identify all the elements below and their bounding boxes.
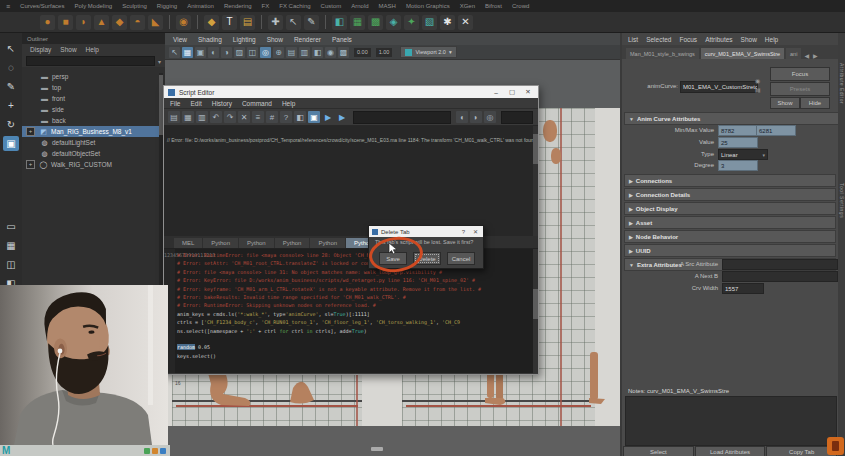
max-value-field[interactable]: 6281 — [756, 125, 796, 136]
dialog-help-button[interactable]: ? — [459, 229, 468, 235]
vp-grid-icon[interactable]: ▦ — [182, 47, 193, 58]
vp-select-icon[interactable]: ↖ — [169, 47, 180, 58]
show-button[interactable]: Show — [770, 97, 800, 109]
expand-icon[interactable]: + — [26, 160, 35, 169]
outliner-menu[interactable]: Show — [60, 46, 76, 53]
renderer-dropdown[interactable]: Viewport 2.0 ▾ — [400, 46, 456, 58]
shelf-tab[interactable]: FX Caching — [279, 3, 310, 9]
notes-box[interactable] — [625, 396, 837, 446]
outliner-item[interactable]: ▬back — [22, 115, 165, 126]
attribute-editor-menu[interactable]: Selected — [646, 36, 671, 43]
script-editor-menu[interactable]: Help — [282, 100, 295, 107]
dialog-button-cancel[interactable]: Cancel — [447, 252, 475, 265]
close-button[interactable]: ✕ — [522, 88, 534, 96]
scale-tool-icon[interactable]: ▣ — [3, 136, 19, 151]
mash-world-icon[interactable]: ▩ — [368, 15, 383, 30]
tab-scroll-left-icon[interactable]: ◀ — [803, 52, 810, 59]
footer-button[interactable]: Load Attributes — [695, 446, 766, 456]
viewport-menu[interactable]: Panels — [332, 36, 352, 43]
focus-button[interactable]: Focus — [770, 67, 830, 81]
vp-wire-icon[interactable]: ◫ — [247, 47, 258, 58]
input-scroll-thumb[interactable] — [533, 289, 538, 319]
vp-fog-icon[interactable]: ▥ — [299, 47, 310, 58]
python-bubble-icon[interactable]: ◗ — [470, 111, 482, 123]
viewport-start-field[interactable]: 0.00 — [354, 48, 371, 57]
type-dropdown[interactable]: Linear ▾ — [718, 149, 768, 160]
vp-resolution-icon[interactable]: ◉ — [325, 47, 336, 58]
mash-signal-icon[interactable]: ✦ — [404, 15, 419, 30]
poly-cylinder-icon[interactable]: ◗ — [76, 15, 91, 30]
attribute-section[interactable]: ▶UUID — [624, 244, 836, 257]
tab-scroll-right-icon[interactable]: ▶ — [812, 52, 819, 59]
app-icon-blue[interactable] — [160, 448, 166, 454]
poly-plane-icon[interactable]: ◆ — [112, 15, 127, 30]
poly-cube-icon[interactable]: ■ — [58, 15, 73, 30]
sidebar-tab[interactable]: Tool Settings — [839, 183, 845, 218]
expand-icon[interactable]: + — [26, 127, 35, 136]
script-history-pane[interactable]: // Error: file: D:/works/anim_business/p… — [164, 126, 538, 236]
paint-select-tool-icon[interactable]: ✎ — [3, 79, 19, 94]
shelf-tab[interactable]: Motion Graphics — [406, 3, 450, 9]
attribute-section[interactable]: ▶Object Display — [624, 202, 836, 215]
viewport-menu[interactable]: Shading — [198, 36, 222, 43]
shelf-tab[interactable]: Animation — [187, 3, 214, 9]
poly-cone-icon[interactable]: ▲ — [94, 15, 109, 30]
outliner-search-input[interactable] — [26, 56, 155, 66]
maximize-button[interactable]: ▢ — [506, 88, 518, 96]
mash-network-icon[interactable]: ◧ — [332, 15, 347, 30]
mash-explode-icon[interactable]: ✱ — [440, 15, 455, 30]
attribute-editor-menu[interactable]: List — [628, 36, 638, 43]
sidebar-tab[interactable]: Attribute Editor — [839, 63, 845, 104]
node-list-icon[interactable]: ▤ — [754, 86, 762, 93]
shelf-tab[interactable]: Sculpting — [122, 3, 147, 9]
script-search-input[interactable] — [353, 111, 451, 124]
extra-attr-field[interactable] — [722, 259, 838, 270]
curves-icon[interactable]: ◆ — [204, 15, 219, 30]
attribute-section[interactable]: ▶Connections — [624, 174, 836, 187]
vp-isolate-icon[interactable]: ▤ — [286, 47, 297, 58]
script-editor-menu[interactable]: History — [212, 100, 232, 107]
vp-mask-icon[interactable]: ▩ — [338, 47, 349, 58]
node-tab-ani[interactable]: ani — [786, 48, 801, 59]
script-tab-python[interactable]: Python — [239, 238, 274, 248]
four-pane-layout-icon[interactable]: ▦ — [3, 238, 19, 253]
move-tool-icon[interactable]: + — [3, 98, 19, 113]
rotate-tool-icon[interactable]: ↻ — [3, 117, 19, 132]
viewport-menu[interactable]: Show — [267, 36, 283, 43]
menu-icon[interactable]: ≡ — [6, 3, 10, 10]
shelf-tab[interactable]: Custom — [321, 3, 342, 9]
shelf-tab[interactable]: Rigging — [157, 3, 177, 9]
script-editor-titlebar[interactable]: Script Editor – ▢ ✕ — [164, 86, 538, 98]
maya-taskbar-logo[interactable]: M — [2, 446, 10, 456]
outliner-item[interactable]: ◍defaultLightSet — [22, 137, 165, 148]
outliner-item[interactable]: ▬top — [22, 82, 165, 93]
vp-gate-icon[interactable]: ◧ — [312, 47, 323, 58]
history-scroll-thumb[interactable] — [533, 134, 538, 164]
minimize-button[interactable]: – — [490, 89, 502, 96]
node-name-field[interactable]: M01_EMA_V_CustomStretch_R02 — [680, 81, 758, 93]
value-field[interactable]: 25 — [718, 137, 758, 148]
app-icon-green[interactable] — [144, 448, 150, 454]
node-tab-man-m01-style-b-swings[interactable]: Man_M01_style_b_swings — [626, 48, 699, 59]
attribute-section[interactable]: ▶Connection Details — [624, 188, 836, 201]
outliner-item[interactable]: ▬front — [22, 93, 165, 104]
snap-magnet-icon[interactable]: ✚ — [268, 15, 283, 30]
shelf-tab[interactable]: Poly Modeling — [74, 3, 112, 9]
shelf-tab[interactable]: Crowd — [512, 3, 529, 9]
extra-attr-field[interactable]: 1557 — [722, 283, 764, 294]
undo-icon[interactable]: ↶ — [210, 111, 222, 123]
viewport-menu[interactable]: Lighting — [233, 36, 256, 43]
vp-joint-icon[interactable]: ⊕ — [273, 47, 284, 58]
extra-attr-field[interactable] — [722, 271, 838, 282]
min-value-field[interactable]: 8782 — [718, 125, 758, 136]
vp-shade-icon[interactable]: ◑ — [221, 47, 232, 58]
attribute-editor-menu[interactable]: Focus — [679, 36, 697, 43]
viewport-menu[interactable]: View — [173, 36, 187, 43]
footer-button[interactable]: Select — [623, 446, 694, 456]
script-editor-menu[interactable]: Command — [242, 100, 272, 107]
history-mel-icon[interactable]: ◧ — [294, 111, 306, 123]
script-tab-python[interactable]: Python — [275, 238, 310, 248]
shelf-tab[interactable]: Rendering — [224, 3, 252, 9]
history-python-icon[interactable]: ▣ — [308, 111, 320, 123]
save-script-icon[interactable]: ▥ — [196, 111, 208, 123]
